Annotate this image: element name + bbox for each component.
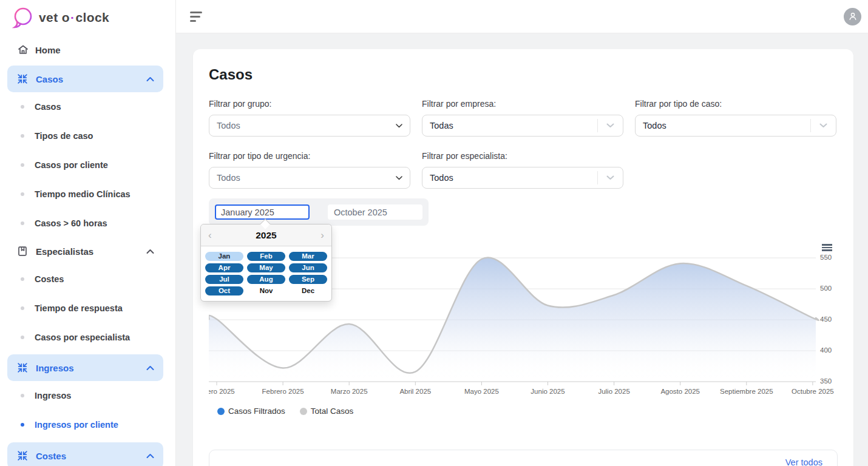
filter-tipo-de-urgencia: Filtrar por tipo de urgencia: Todos [209,151,410,189]
sidebar-item-casos-por-cliente[interactable]: Casos por cliente [0,150,175,180]
user-avatar[interactable] [844,8,861,25]
filter-label: Filtrar por especialista: [422,151,623,161]
next-year-button[interactable]: › [320,230,324,240]
sort-bars-icon [190,12,202,13]
filter-empresa: Filtrar por empresa: Todas [422,99,623,137]
user-icon [848,12,858,21]
x-axis-label: Febrero 2025 [262,388,304,395]
month-jun[interactable]: Jun [289,263,327,272]
chevron-down-icon [810,119,836,132]
x-axis-label: Junio 2025 [531,388,565,395]
compress-arrows-icon [17,450,28,461]
filter-label: Filtrar por grupo: [209,99,410,109]
date-range [209,198,429,226]
x-axis-label: Mayo 2025 [464,388,499,395]
chevron-up-icon [146,249,154,254]
bullet-icon [21,105,24,109]
month-grid: Jan Feb Mar Apr May Jun Jul Aug Sep Oct … [201,246,331,301]
topbar [176,0,868,33]
page-title: Casos [209,66,838,83]
compress-arrows-icon [17,73,28,84]
month-dec[interactable]: Dec [289,286,327,295]
bullet-icon [21,192,24,196]
x-axis-label: Julio 2025 [598,388,629,395]
grupo-select[interactable]: Todos [209,115,410,137]
sidebar-section-costes[interactable]: Costes [7,442,163,466]
legend-casos-filtrados[interactable]: Casos Filtrados [217,407,285,416]
month-may[interactable]: May [247,263,285,272]
content-area: Casos Filtrar por grupo: Todos Filtrar p… [176,33,868,466]
month-aug[interactable]: Aug [247,275,285,284]
chevron-up-icon [146,76,154,82]
x-axis-label: Septiembre 2025 [720,388,773,395]
tipo-de-caso-select[interactable]: Todos [635,115,836,137]
chart-legend: Casos Filtrados Total Casos [217,407,838,416]
month-apr[interactable]: Apr [205,263,243,272]
sidebar-item-casos[interactable]: Casos [0,92,175,121]
year-label: 2025 [256,230,276,241]
sidebar-nav: Home Casos Casos Tipos de caso [0,30,175,466]
sidebar: vet o·clock Home Casos [0,0,176,466]
sidebar-item-home[interactable]: Home [0,35,175,64]
filters: Filtrar por grupo: Todos Filtrar por emp… [209,99,838,189]
start-date-input[interactable] [215,204,310,220]
month-sep[interactable]: Sep [289,275,327,284]
sidebar-section-label: Costes [36,451,66,461]
sidebar-section-label: Casos [36,74,63,84]
y-axis-label: 550 [820,254,838,261]
app-logo: vet o·clock [0,0,175,30]
sidebar-item-ingresos[interactable]: Ingresos [0,381,175,410]
bullet-icon [21,134,24,138]
bullet-icon [21,277,24,281]
sidebar-item-casos-por-especialista[interactable]: Casos por especialista [0,323,175,352]
list-card: Ver todos [209,450,838,466]
sidebar-item-tiempo-medio-clinicas[interactable]: Tiempo medio Clínicas [0,180,175,209]
logo-text: vet o·clock [39,10,109,25]
chart-context-menu-button[interactable] [821,243,833,252]
bullet-icon [21,306,24,310]
chevron-down-icon [597,171,623,184]
y-axis-label: 500 [820,285,838,292]
month-feb[interactable]: Feb [247,252,285,261]
bullet-icon [21,221,24,225]
sidebar-item-costes[interactable]: Costes [0,265,175,294]
sidebar-item-tiempo-de-respuesta[interactable]: Tiempo de respuesta [0,294,175,323]
x-axis-label: Marzo 2025 [331,388,368,395]
chevron-down-icon [396,176,402,180]
sidebar-section-label: Ingresos [36,363,74,373]
month-mar[interactable]: Mar [289,252,327,261]
bullet-icon [21,423,24,427]
filter-label: Filtrar por empresa: [422,99,623,109]
month-nov[interactable]: Nov [247,286,285,295]
logo-bubble-icon [11,5,35,30]
casos-card: Casos Filtrar por grupo: Todos Filtrar p… [193,49,853,466]
sidebar-section-casos[interactable]: Casos [7,66,163,92]
menu-toggle-button[interactable] [190,12,202,22]
sidebar-item-casos-60-horas[interactable]: Casos > 60 horas [0,209,175,238]
tipo-de-urgencia-select[interactable]: Todos [209,167,410,189]
legend-total-casos[interactable]: Total Casos [300,407,354,416]
prev-year-button[interactable]: ‹ [208,230,212,240]
sidebar-item-ingresos-por-cliente[interactable]: Ingresos por cliente [0,410,175,439]
compress-arrows-icon [17,362,28,373]
ver-todos-link[interactable]: Ver todos [785,458,822,466]
x-axis-label: Octubre 2025 [792,388,834,395]
y-axis-label: 350 [820,377,838,385]
x-axis-label: Agosto 2025 [660,388,700,395]
sidebar-item-tipos-de-caso[interactable]: Tipos de caso [0,121,175,150]
filter-label: Filtrar por tipo de caso: [635,99,836,109]
sidebar-section-especialistas[interactable]: Especialistas [7,238,163,265]
y-axis-label: 450 [820,316,838,323]
month-jul[interactable]: Jul [205,275,243,284]
end-date-input[interactable] [328,204,422,220]
month-jan[interactable]: Jan [205,252,243,261]
bullet-icon [21,163,24,167]
empresa-select[interactable]: Todas [422,115,623,137]
sidebar-section-ingresos[interactable]: Ingresos [7,354,163,381]
especialista-select[interactable]: Todos [422,167,623,189]
chevron-up-icon [146,365,154,371]
month-oct[interactable]: Oct [205,286,243,295]
legend-dot-icon [217,408,225,415]
bullet-icon [21,394,24,397]
filter-especialista: Filtrar por especialista: Todos [422,151,623,189]
